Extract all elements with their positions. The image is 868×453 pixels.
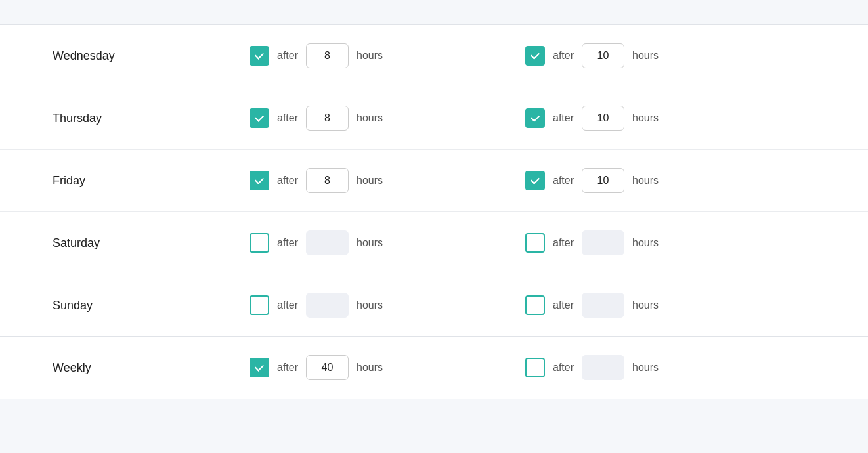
double-time-after-label: after <box>553 50 574 62</box>
overtime-section: afterhours <box>210 230 486 255</box>
overtime-hours-label: hours <box>357 112 383 124</box>
overtime-section: afterhours <box>210 43 486 68</box>
content-area: WednesdayafterhoursafterhoursThursdayaft… <box>0 24 868 336</box>
double-time-hours-input <box>582 230 624 255</box>
overtime-after-label: after <box>277 362 298 374</box>
double-time-checkbox[interactable] <box>525 358 545 378</box>
day-name: Friday <box>0 174 210 188</box>
overtime-after-label: after <box>277 50 298 62</box>
double-time-hours-label: hours <box>632 50 659 62</box>
table-row: Saturdayafterhoursafterhours <box>0 212 868 274</box>
overtime-section: afterhours <box>210 293 486 318</box>
overtime-checkbox[interactable] <box>250 358 269 378</box>
day-name: Weekly <box>0 361 210 375</box>
double-time-after-label: after <box>553 237 574 249</box>
page: WednesdayafterhoursafterhoursThursdayaft… <box>0 0 868 399</box>
overtime-section: afterhours <box>210 355 486 380</box>
double-time-hours-input <box>582 355 624 380</box>
overtime-hours-input <box>306 293 349 318</box>
overtime-hours-label: hours <box>357 362 383 374</box>
overtime-hours-label: hours <box>357 175 383 186</box>
day-name: Sunday <box>0 299 210 313</box>
double-time-checkbox[interactable] <box>525 171 545 190</box>
overtime-hours-input[interactable] <box>306 43 349 68</box>
overtime-checkbox[interactable] <box>250 295 269 315</box>
double-time-section: afterhours <box>486 43 868 68</box>
double-time-section: afterhours <box>486 106 868 131</box>
weekly-section: Weeklyafterhoursafterhours <box>0 337 868 399</box>
overtime-checkbox[interactable] <box>250 171 269 190</box>
double-time-after-label: after <box>553 175 574 186</box>
double-time-hours-label: hours <box>632 299 659 311</box>
overtime-section: afterhours <box>210 168 486 193</box>
overtime-after-label: after <box>277 112 298 124</box>
header-row <box>0 0 868 24</box>
double-time-after-label: after <box>553 299 574 311</box>
double-time-checkbox[interactable] <box>525 108 545 128</box>
double-time-checkbox[interactable] <box>525 233 545 253</box>
overtime-hours-input <box>306 230 349 255</box>
overtime-hours-input[interactable] <box>306 168 349 193</box>
overtime-checkbox[interactable] <box>250 46 269 66</box>
overtime-after-label: after <box>277 237 298 249</box>
overtime-hours-label: hours <box>357 299 383 311</box>
double-time-hours-input[interactable] <box>582 106 624 131</box>
overtime-hours-input[interactable] <box>306 106 349 131</box>
double-time-section: afterhours <box>486 230 868 255</box>
double-time-hours-label: hours <box>632 362 659 374</box>
double-time-after-label: after <box>553 362 574 374</box>
double-time-after-label: after <box>553 112 574 124</box>
double-time-hours-label: hours <box>632 112 659 124</box>
overtime-checkbox[interactable] <box>250 108 269 128</box>
overtime-section: afterhours <box>210 106 486 131</box>
table-row: Wednesdayafterhoursafterhours <box>0 25 868 87</box>
table-row: Sundayafterhoursafterhours <box>0 274 868 336</box>
double-time-checkbox[interactable] <box>525 295 545 315</box>
overtime-checkbox[interactable] <box>250 233 269 253</box>
double-time-section: afterhours <box>486 168 868 193</box>
double-time-hours-label: hours <box>632 237 659 249</box>
overtime-after-label: after <box>277 299 298 311</box>
day-name: Wednesday <box>0 49 210 63</box>
weekly-row: Weeklyafterhoursafterhours <box>0 337 868 399</box>
overtime-after-label: after <box>277 175 298 186</box>
double-time-section: afterhours <box>486 293 868 318</box>
double-time-checkbox[interactable] <box>525 46 545 66</box>
day-name: Saturday <box>0 236 210 250</box>
double-time-hours-label: hours <box>632 175 659 186</box>
double-time-hours-input <box>582 293 624 318</box>
table-row: Thursdayafterhoursafterhours <box>0 87 868 150</box>
double-time-section: afterhours <box>486 355 868 380</box>
day-name: Thursday <box>0 112 210 125</box>
table-row: Fridayafterhoursafterhours <box>0 150 868 212</box>
overtime-hours-label: hours <box>357 50 383 62</box>
double-time-hours-input[interactable] <box>582 168 624 193</box>
overtime-hours-label: hours <box>357 237 383 249</box>
overtime-hours-input[interactable] <box>306 355 349 380</box>
double-time-hours-input[interactable] <box>582 43 624 68</box>
